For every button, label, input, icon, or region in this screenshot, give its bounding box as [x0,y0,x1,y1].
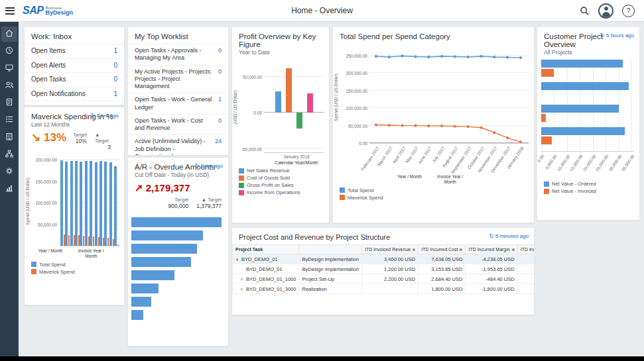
search-icon[interactable] [580,6,590,16]
key-figure-bar[interactable] [275,91,281,113]
list-item[interactable]: Open Notifications1 [25,87,124,102]
column-header[interactable]: ITD Invoiced Revenue [361,245,418,254]
column-header[interactable]: Project Task [233,245,299,254]
expand-icon[interactable]: > [240,277,246,282]
list-item[interactable]: Open Tasks - Work - Cost and Revenue0 [128,115,228,136]
sidebar-item-worklist[interactable] [1,113,17,128]
sidebar-item-company[interactable] [1,130,17,145]
y-tick-label: -50,000.00 [241,147,262,152]
total-spend-bar [75,161,78,246]
sidebar-item-org-structure[interactable] [1,147,17,162]
bar-group[interactable] [541,127,634,144]
incurred-margin-pct-cell: -22.02 % [517,274,535,284]
list-item[interactable]: Active (Unlimited Validity) - Job Defini… [128,135,228,156]
table-row[interactable]: ∨BYD_DEMO_01ByDesign Implementation3,400… [233,254,535,264]
bar-group[interactable] [541,105,634,122]
x-tick-label: June 2017 [417,146,432,165]
profit-legend: Net Sales RevenueCost of Goods SoldGross… [239,168,329,195]
column-header[interactable]: ITD Incurred Margin [466,245,517,254]
list-item[interactable]: Open Tasks - Work - General Ledger1 [128,93,228,115]
delta-target-label: ▲ Target [202,197,222,203]
key-figure-bar[interactable] [307,93,313,113]
totalspend-x-labels: February 2017March 2017April 2017May 201… [333,144,534,177]
kpi-targets: Target10% ▲ Target3 [66,130,117,150]
invoiced-revenue-cell: 2,200.00 USD [361,274,418,284]
bar-group[interactable] [80,156,84,246]
maverick-legend: Total SpendMaverick Spend [31,262,124,275]
help-icon[interactable]: ? [622,5,635,17]
column-header[interactable]: ITD Incurred Margin % [517,245,535,254]
refresh-link[interactable]: ↻ 6 hrs ago [91,113,119,119]
table-header-row: Project TaskITD Invoiced RevenueITD Incu… [233,245,535,254]
bar-group[interactable] [90,156,94,246]
list-item[interactable]: Open Tasks0 [25,73,124,87]
total-spend-bar [60,160,63,246]
sidebar-item-history[interactable] [1,44,17,59]
bar-group[interactable] [65,156,70,246]
logo-sap-text: SAP [23,5,43,17]
table-row[interactable]: BYD_DEMO_01ByDesign Implementation1,200.… [233,264,535,274]
bar-group[interactable] [541,82,634,99]
sidebar-item-documents[interactable] [1,95,17,111]
list-item[interactable]: My Active Projects - Projects: Projects … [128,66,228,94]
card-subtitle: Cut Off Date - Today (in USD) [128,172,228,178]
menu-icon[interactable] [0,0,20,21]
bar-group[interactable] [70,156,75,246]
project-task-id: BYD_DEMO_01_3000 [246,286,296,292]
column-header[interactable]: ITD Incurred Cost [419,245,466,254]
sidebar-item-monitor[interactable] [1,61,17,76]
card-subtitle: Last 12 Months [25,121,124,128]
avatar[interactable] [598,3,613,19]
customer-project-bar-chart [541,60,634,152]
overdue-bar[interactable] [131,270,174,280]
document-icon [5,97,14,109]
people-icon [5,80,14,92]
table-row[interactable]: >BYD_DEMO_01_3000Realization1,800.00 USD… [233,284,535,294]
total-spend-card: Total Spend per Spend Category Spend (US… [332,26,535,223]
list-item[interactable]: Open Tasks - Approvals - Managing My Are… [128,44,228,66]
legend-swatch [239,176,244,181]
sidebar-item-settings[interactable] [1,164,17,180]
column-header[interactable] [299,245,361,254]
key-figure-bar[interactable] [296,113,302,129]
list-item[interactable]: Open Clarifications0 [25,101,124,105]
project-task-cell: >BYD_DEMO_01_3000 [233,284,299,294]
table-row[interactable]: >BYD_DEMO_01_1000Project Set-Up2,200.00 … [233,274,535,284]
list-item-count: 1 [113,90,117,97]
legend-item: Cost of Goods Sold [239,175,329,181]
overdue-bar[interactable] [131,284,159,293]
overdue-bar[interactable] [131,217,222,227]
bar-group[interactable] [541,60,634,77]
key-figure-bar[interactable] [286,68,292,113]
refresh-link[interactable]: ↻ 5 minutes ago [489,233,529,239]
sidebar-item-analytics[interactable] [1,181,17,197]
bar-group[interactable] [114,156,119,246]
refresh-link[interactable]: ↻ 5 hours ago [600,32,634,38]
overdue-bar[interactable] [131,244,197,254]
list-item[interactable]: Open Items1 [25,44,124,59]
incurred-cost-cell: 1,800.00 USD [419,284,466,294]
collapse-icon[interactable]: ∨ [235,257,241,262]
expand-icon[interactable]: > [240,287,246,291]
bar-group[interactable] [95,156,99,246]
overdue-bar[interactable] [131,231,203,240]
sidebar-item-people[interactable] [1,78,17,93]
bar-group[interactable] [104,156,109,246]
overdue-bar[interactable] [131,310,143,320]
bar-group[interactable] [85,156,90,246]
kpi-value: ↗ 2,179,377 [135,182,190,194]
overdue-bar[interactable] [131,297,151,307]
overdue-bar[interactable] [131,257,191,267]
bar-group[interactable] [75,156,80,246]
x-tick-label: February 2017 [360,146,380,172]
list-item[interactable]: Open Alerts0 [25,59,124,74]
sidebar-item-home[interactable] [1,26,17,42]
bar-group[interactable] [60,156,65,246]
bar-group[interactable] [99,156,104,246]
total-spend-bar [99,161,102,246]
card-title: My Top Worklist [128,27,228,41]
total-spend-bar [80,162,82,246]
refresh-link[interactable]: ↻ 9 hrs ago [195,163,223,169]
total-spend-bar [65,162,68,246]
bar-group[interactable] [109,156,114,246]
